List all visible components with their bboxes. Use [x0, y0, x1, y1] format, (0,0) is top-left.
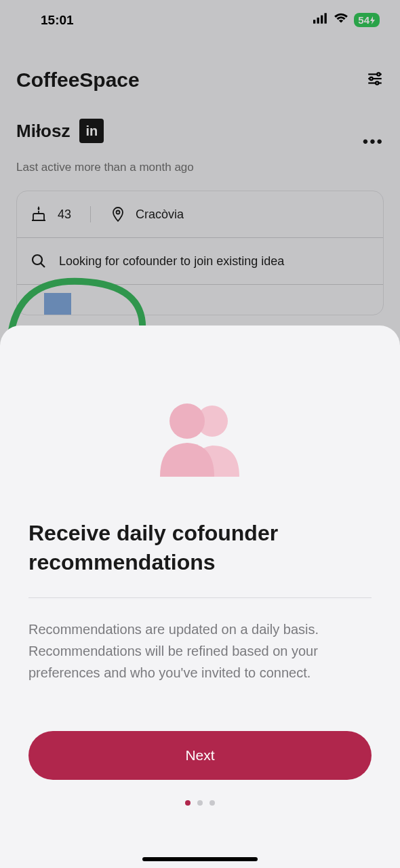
page-dots — [0, 800, 400, 806]
page-dot-1[interactable] — [185, 800, 191, 806]
page-dot-3[interactable] — [209, 800, 215, 806]
home-indicator[interactable] — [142, 857, 258, 861]
modal-body: Recommendations are updated on a daily b… — [28, 618, 372, 684]
next-button[interactable]: Next — [28, 731, 372, 780]
modal-divider — [28, 597, 372, 598]
page-dot-2[interactable] — [197, 800, 203, 806]
svg-point-14 — [169, 403, 205, 439]
modal-content: Receive daily cofounder recommendations … — [0, 519, 400, 684]
people-icon — [0, 397, 400, 478]
modal-title: Receive daily cofounder recommendations — [28, 519, 372, 577]
modal-sheet: Receive daily cofounder recommendations … — [0, 326, 400, 868]
